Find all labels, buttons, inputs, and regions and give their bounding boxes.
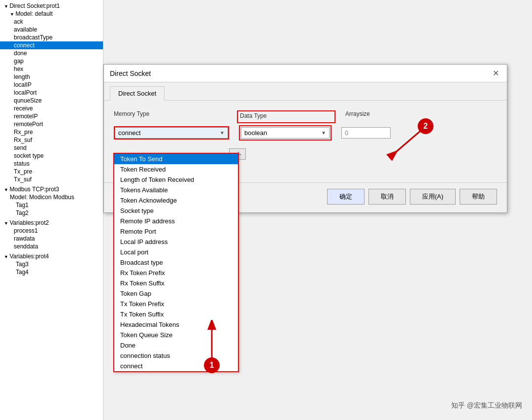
dropdown-item-13[interactable]: Token Gap [114,288,238,299]
apply-button[interactable]: 应用(A) [410,189,456,205]
memory-type-arrow-icon: ▼ [220,130,225,136]
dialog-title: Direct Socket [110,70,151,77]
dropdown-item-14[interactable]: Tx Token Prefix [114,299,238,309]
dropdown-item-1[interactable]: Token Received [114,164,238,175]
cancel-button[interactable]: 取消 [368,189,406,205]
memory-type-dropdown[interactable]: connect ▼ [115,127,228,139]
dropdown-item-0[interactable]: Token To Send [114,154,238,164]
help-button[interactable]: 帮助 [460,189,497,205]
memory-type-wrapper: connect ▼ [114,126,229,140]
dropdown-item-2[interactable]: Length of Token Received [114,175,238,185]
dropdown-item-11[interactable]: Rx Token Prefix [114,268,238,278]
dropdown-item-7[interactable]: Remote Port [114,226,238,237]
annotation-1-area: 1 [192,320,232,371]
dialog-titlebar: Direct Socket ✕ [104,65,507,82]
arraysize-label: Arraysize [345,110,404,117]
dropdown-item-4[interactable]: Token Acknowledge [114,195,238,206]
dropdown-item-3[interactable]: Tokens Available [114,185,238,195]
data-type-arrow-icon: ▼ [321,130,326,136]
dropdown-item-5[interactable]: Socket type [114,206,238,216]
dropdown-item-10[interactable]: Broadcast type [114,257,238,268]
tab-direct-socket[interactable]: Direct Socket [110,86,165,101]
annotation-2-area: 2 [374,118,433,169]
watermark-text: 知乎 @宏集工业物联网 [451,401,522,410]
dialog-overlay: Direct Socket ✕ Direct Socket Memory Typ… [0,0,532,420]
dropdown-item-9[interactable]: Local port [114,247,238,257]
svg-line-3 [389,128,424,158]
close-button[interactable]: ✕ [491,69,501,78]
dropdown-item-12[interactable]: Rx Token Suffix [114,278,238,288]
data-type-label: Data Type [240,112,332,119]
dropdown-item-15[interactable]: Tx Token Suffix [114,309,238,319]
badge-2: 2 [418,118,433,134]
data-type-dropdown[interactable]: boolean ▼ [241,127,330,139]
dropdown-item-8[interactable]: Local IP address [114,237,238,247]
dialog-tabs: Direct Socket [104,82,507,101]
data-type-wrapper: boolean ▼ [239,125,332,140]
dropdown-item-6[interactable]: Remote IP address [114,216,238,226]
badge-1: 1 [204,357,220,373]
memory-type-label: Memory Type [114,110,227,117]
ok-button[interactable]: 确定 [327,189,365,205]
